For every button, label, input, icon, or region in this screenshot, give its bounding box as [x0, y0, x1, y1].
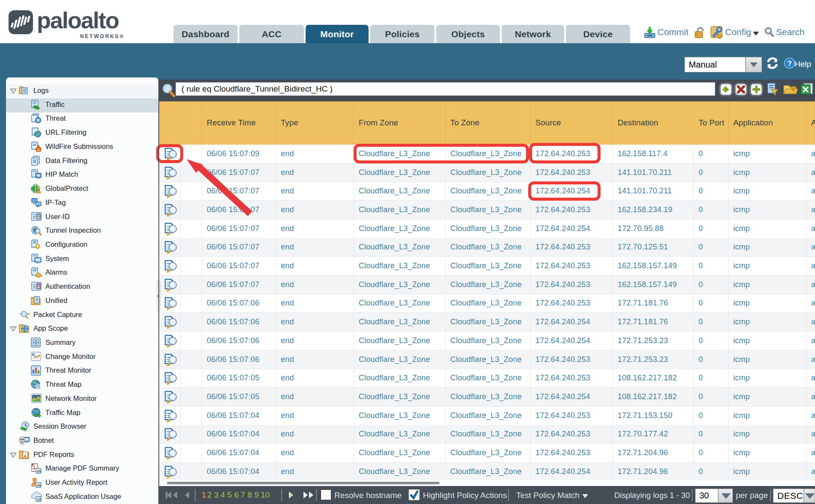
- svg-text:?: ?: [787, 59, 791, 68]
